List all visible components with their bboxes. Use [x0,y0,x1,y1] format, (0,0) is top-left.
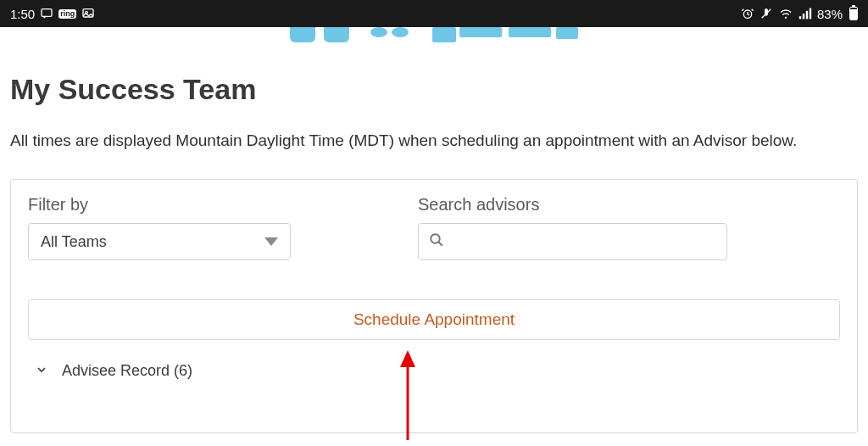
image-icon [81,7,95,20]
filter-by-label: Filter by [28,195,291,215]
status-left: 1:50 ring [10,7,95,21]
filter-by-select[interactable]: All Teams [28,223,291,260]
battery-percent: 83% [817,7,843,21]
svg-rect-6 [803,14,804,19]
search-advisors-label: Search advisors [418,195,727,215]
svg-rect-8 [810,8,811,20]
main-content: My Success Team All times are displayed … [0,42,868,433]
filters-row: Filter by All Teams Search advisors [28,195,840,260]
advisee-record-accordion[interactable]: Advisee Record (6) [28,359,840,383]
search-column: Search advisors [418,195,727,260]
svg-point-9 [431,234,440,243]
alarm-icon [741,7,754,20]
app-badge-icon: ring [58,9,76,19]
page-title: My Success Team [10,73,858,106]
svg-line-10 [438,242,442,246]
status-right: 83% [741,7,858,21]
svg-rect-0 [42,9,52,17]
mute-icon [760,7,773,20]
advisee-record-label: Advisee Record (6) [62,362,192,380]
success-team-card: Filter by All Teams Search advisors [10,179,858,433]
search-box[interactable] [418,223,727,260]
chevron-down-icon [35,363,48,380]
svg-rect-5 [799,16,801,19]
search-input[interactable] [453,233,716,250]
schedule-appointment-button[interactable]: Schedule Appointment [28,299,840,340]
search-icon [429,232,444,251]
timezone-note: All times are displayed Mountain Dayligh… [10,131,858,150]
message-icon [40,7,53,20]
battery-icon [848,7,858,20]
caret-down-icon [264,237,278,246]
filter-by-column: Filter by All Teams [28,195,291,260]
signal-icon [798,7,812,20]
banner-illustration [0,27,868,42]
wifi-icon [778,7,793,20]
svg-rect-7 [806,11,808,20]
filter-by-value: All Teams [41,233,107,251]
status-time: 1:50 [10,7,35,21]
status-bar: 1:50 ring [0,0,868,27]
